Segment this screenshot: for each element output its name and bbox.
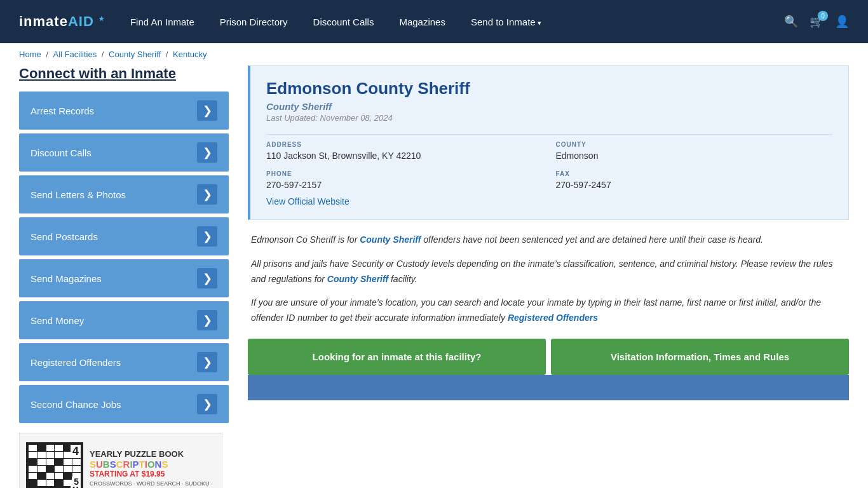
cart-badge: 0 <box>818 11 828 21</box>
nav-prison-directory[interactable]: Prison Directory <box>220 17 288 27</box>
arrow-icon: ❯ <box>197 100 217 121</box>
county-value: Edmonson <box>556 151 833 161</box>
breadcrumb: Home / All Facilities / County Sheriff /… <box>0 43 868 65</box>
content-area: Edmonson County Sheriff County Sheriff L… <box>248 65 849 400</box>
ad-title: YEARLY PUZZLE BOOK <box>90 449 215 459</box>
header-icons: 🔍 🛒 0 👤 <box>784 15 849 29</box>
facility-card: Edmonson County Sheriff County Sheriff L… <box>248 65 849 220</box>
action-buttons: Looking for an inmate at this facility? … <box>248 339 849 375</box>
main-layout: Connect with an Inmate Arrest Records ❯ … <box>0 65 868 488</box>
search-icon[interactable]: 🔍 <box>784 15 798 29</box>
phone-block: PHONE 270-597-2157 <box>266 170 543 190</box>
visitation-info-button[interactable]: Visitation Information, Times and Rules <box>551 339 849 375</box>
sidebar-btn-discount-calls[interactable]: Discount Calls ❯ <box>19 133 229 172</box>
arrow-icon: ❯ <box>197 352 217 372</box>
county-block: COUNTY Edmonson <box>556 141 833 161</box>
registered-offenders-link[interactable]: Registered Offenders <box>508 313 598 323</box>
sidebar-btn-arrest-records[interactable]: Arrest Records ❯ <box>19 92 229 130</box>
phone-value: 270-597-2157 <box>266 180 543 190</box>
arrow-icon: ❯ <box>197 226 217 247</box>
county-sheriff-link-1[interactable]: County Sheriff <box>360 234 421 245</box>
find-inmate-button[interactable]: Looking for an inmate at this facility? <box>248 339 546 375</box>
sidebar-btn-send-postcards[interactable]: Send Postcards ❯ <box>19 217 229 255</box>
sidebar-btn-registered-offenders[interactable]: Registered Offenders ❯ <box>19 343 229 381</box>
user-icon[interactable]: 👤 <box>835 15 849 29</box>
website-link[interactable]: View Official Website <box>266 196 349 207</box>
sidebar-title: Connect with an Inmate <box>19 65 229 82</box>
sidebar-btn-send-money[interactable]: Send Money ❯ <box>19 301 229 339</box>
sidebar: Connect with an Inmate Arrest Records ❯ … <box>19 65 229 488</box>
arrow-icon: ❯ <box>197 142 217 163</box>
sidebar-btn-second-chance[interactable]: Second Chance Jobs ❯ <box>19 385 229 423</box>
phone-label: PHONE <box>266 170 543 177</box>
address-value: 110 Jackson St, Brownsville, KY 42210 <box>266 151 543 161</box>
fax-label: FAX <box>556 170 833 177</box>
fax-block: FAX 270-597-2457 <box>556 170 833 190</box>
address-block: ADDRESS 110 Jackson St, Brownsville, KY … <box>266 141 543 161</box>
desc-para2: All prisons and jails have Security or C… <box>251 257 846 287</box>
arrow-icon: ❯ <box>197 184 217 205</box>
nav-magazines[interactable]: Magazines <box>399 17 445 27</box>
county-sheriff-link-2[interactable]: County Sheriff <box>327 274 388 284</box>
description: Edmonson Co Sheriff is for County Sherif… <box>248 233 849 326</box>
sidebar-btn-send-magazines[interactable]: Send Magazines ❯ <box>19 259 229 297</box>
ad-subtitle: SUBSCRIPTIONS <box>90 459 215 470</box>
ad-banner[interactable]: 9 4 5 YEARLY PUZZLE BOOK SUBSCRIPTIONS S… <box>19 433 222 488</box>
breadcrumb-county-sheriff[interactable]: County Sheriff <box>109 50 161 59</box>
arrow-icon: ❯ <box>197 310 217 330</box>
ad-price: STARTING AT $19.95 <box>90 470 215 478</box>
cart-icon[interactable]: 🛒 0 <box>810 15 824 29</box>
facility-updated: Last Updated: November 08, 2024 <box>266 113 832 123</box>
county-label: COUNTY <box>556 141 833 148</box>
arrow-icon: ❯ <box>197 268 217 288</box>
sidebar-btn-send-letters[interactable]: Send Letters & Photos ❯ <box>19 175 229 214</box>
desc-para1: Edmonson Co Sheriff is for County Sherif… <box>251 233 846 248</box>
breadcrumb-all-facilities[interactable]: All Facilities <box>53 50 97 59</box>
puzzle-image: 9 4 5 <box>26 442 83 488</box>
address-label: ADDRESS <box>266 141 543 148</box>
nav-send-to-inmate[interactable]: Send to Inmate <box>471 17 541 27</box>
desc-para3: If you are unsure of your inmate’s locat… <box>251 295 846 326</box>
nav-menu: Find An Inmate Prison Directory Discount… <box>130 17 784 27</box>
ad-text: YEARLY PUZZLE BOOK SUBSCRIPTIONS STARTIN… <box>90 449 215 489</box>
nav-find-inmate[interactable]: Find An Inmate <box>130 17 194 27</box>
breadcrumb-home[interactable]: Home <box>19 50 41 59</box>
facility-name: Edmonson County Sheriff <box>266 79 832 98</box>
ad-types: CROSSWORDS · WORD SEARCH · SUDOKU · BRAI… <box>90 480 215 489</box>
facility-type: County Sheriff <box>266 101 832 112</box>
logo[interactable]: inmateAID ★ <box>19 13 105 30</box>
bottom-band <box>248 375 849 400</box>
header: inmateAID ★ Find An Inmate Prison Direct… <box>0 0 868 43</box>
fax-value: 270-597-2457 <box>556 180 833 190</box>
info-grid: ADDRESS 110 Jackson St, Brownsville, KY … <box>266 134 832 190</box>
arrow-icon: ❯ <box>197 394 217 414</box>
nav-discount-calls[interactable]: Discount Calls <box>313 17 374 27</box>
breadcrumb-kentucky[interactable]: Kentucky <box>173 50 207 59</box>
